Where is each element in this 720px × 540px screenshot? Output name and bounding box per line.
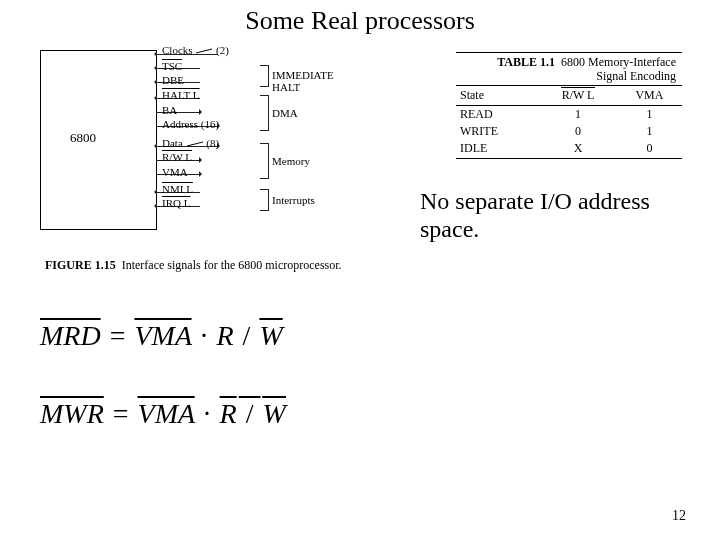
svg-line-1	[187, 142, 203, 146]
sig-irq: IRQ L	[162, 197, 190, 209]
chip-label: 6800	[70, 130, 96, 146]
sig-rw: R/W L	[162, 151, 192, 163]
sig-tsc: TSC	[162, 60, 182, 72]
figure-caption: FIGURE 1.15 Interface signals for the 68…	[45, 258, 342, 273]
th-vma: VMA	[617, 86, 682, 106]
grp-immediate-halt: IMMEDIATE HALT	[272, 69, 360, 93]
svg-line-0	[196, 49, 212, 53]
note-text: No separate I/O address space.	[420, 187, 680, 243]
th-state: State	[456, 86, 539, 106]
grp-memory: Memory	[272, 155, 310, 167]
page-number: 12	[672, 508, 686, 524]
sig-halt: HALT L	[162, 89, 200, 101]
th-rw: R/W L	[539, 86, 616, 106]
sig-clocks: Clocks (2)	[162, 44, 229, 56]
table-row: WRITE01	[456, 123, 682, 140]
sig-vma: VMA	[162, 166, 188, 178]
equation-mrd: MRD = VMA · R / W	[40, 320, 283, 352]
sig-dbe: DBE	[162, 74, 184, 86]
slide-title: Some Real processors	[0, 6, 720, 36]
chip-box	[40, 50, 157, 230]
figure-6800-signals: 6800 Clocks (2) TSC DBE IMMEDIATE HALT H…	[40, 38, 360, 253]
table-row: IDLEX0	[456, 140, 682, 159]
sig-ba: BA	[162, 104, 177, 116]
sig-nmi: NMI L	[162, 183, 193, 195]
table-row: READ11	[456, 106, 682, 124]
table-1-1: TABLE 1.1 6800 Memory-Interface Signal E…	[456, 52, 682, 159]
grp-dma: DMA	[272, 107, 298, 119]
sig-data: Data (8)	[162, 137, 219, 149]
grp-interrupts: Interrupts	[272, 194, 315, 206]
equation-mwr: MWR = VMA · R / W	[40, 398, 286, 430]
sig-address: Address (16)	[162, 118, 219, 130]
